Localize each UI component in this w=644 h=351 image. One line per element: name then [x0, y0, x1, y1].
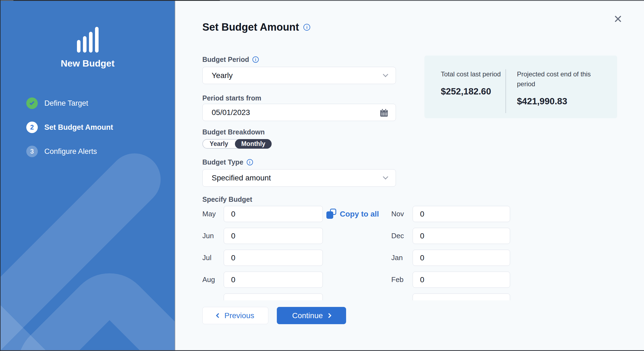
month-row: May	[202, 206, 323, 222]
month-row: Nov	[391, 206, 510, 222]
budget-breakdown-toggle: Yearly Monthly	[202, 139, 272, 149]
step-label: Set Budget Amount	[44, 123, 113, 132]
breakdown-option-yearly[interactable]: Yearly	[203, 140, 235, 148]
previous-button-label: Previous	[225, 311, 254, 320]
continue-button-label: Continue	[292, 311, 323, 320]
month-amount-input-jun[interactable]	[224, 228, 323, 244]
step-number-badge: 2	[26, 122, 38, 133]
budget-wizard-modal: New Budget Define Target 2 Set Budget Am…	[0, 0, 644, 351]
projected-cost-label: Projected cost end of this period	[517, 69, 607, 89]
copy-to-all-label: Copy to all	[340, 210, 379, 218]
budget-type-label: Budget Type	[202, 158, 243, 166]
screen-left-edge	[0, 0, 1, 351]
month-amount-input-aug[interactable]	[224, 272, 323, 288]
month-row: Jan	[391, 250, 510, 266]
info-icon[interactable]: i	[303, 24, 310, 31]
month-label: Aug	[202, 275, 224, 284]
month-amount-input[interactable]	[224, 294, 323, 300]
month-label: Jun	[202, 232, 224, 240]
step-number-badge: 3	[26, 146, 38, 157]
period-starts-label: Period starts from	[202, 94, 261, 102]
month-row: Jul	[202, 250, 323, 266]
step-define-target[interactable]: Define Target	[26, 97, 113, 109]
month-label: Nov	[391, 210, 413, 218]
month-label: Jul	[202, 254, 224, 262]
budget-type-select[interactable]: Specified amount	[202, 169, 396, 187]
chevron-left-icon	[216, 313, 221, 318]
chevron-down-icon	[383, 174, 388, 180]
step-label: Define Target	[44, 99, 88, 108]
chevron-right-icon	[326, 313, 331, 318]
summary-divider	[505, 69, 506, 113]
month-row-clipped	[391, 294, 510, 300]
month-row: Jun	[202, 228, 323, 244]
month-budget-grid: May Jun Jul Aug	[202, 206, 539, 300]
month-label: Dec	[391, 232, 413, 240]
wizard-steps: Define Target 2 Set Budget Amount 3 Conf…	[26, 97, 113, 170]
budget-period-value: Yearly	[212, 71, 233, 80]
wizard-title: New Budget	[0, 58, 175, 69]
wizard-sidebar: New Budget Define Target 2 Set Budget Am…	[0, 0, 175, 351]
budget-type-value: Specified amount	[212, 174, 271, 182]
previous-button[interactable]: Previous	[202, 307, 268, 324]
projected-cost-value: $421,990.83	[517, 96, 607, 107]
close-icon[interactable]	[613, 14, 623, 24]
month-amount-input[interactable]	[413, 294, 510, 300]
info-icon[interactable]: i	[247, 159, 253, 165]
month-amount-input-nov[interactable]	[413, 206, 510, 222]
month-row: Feb	[391, 272, 510, 288]
month-row: Dec	[391, 228, 510, 244]
month-amount-input-jan[interactable]	[413, 250, 510, 266]
bar-chart-logo-icon	[0, 26, 175, 53]
period-start-date-input[interactable]: 05/01/2023	[202, 104, 396, 121]
page-title: Set Budget Amount	[202, 21, 299, 33]
period-start-date-value: 05/01/2023	[212, 108, 250, 117]
month-amount-input-may[interactable]	[224, 206, 323, 222]
budget-period-label: Budget Period	[202, 56, 249, 64]
month-label: May	[202, 210, 224, 218]
step-complete-check-icon	[26, 97, 38, 109]
month-label: Feb	[391, 275, 413, 284]
copy-icon	[326, 209, 336, 220]
month-row: Aug	[202, 272, 323, 288]
month-label: Jan	[391, 254, 413, 262]
continue-button[interactable]: Continue	[277, 307, 346, 324]
step-set-budget-amount[interactable]: 2 Set Budget Amount	[26, 122, 113, 133]
month-amount-input-jul[interactable]	[224, 250, 323, 266]
month-amount-input-feb[interactable]	[413, 272, 510, 288]
brand-watermark	[0, 0, 175, 351]
copy-to-all-button[interactable]: Copy to all	[326, 209, 379, 220]
total-cost-value: $252,182.60	[441, 86, 505, 97]
month-column-left: May Jun Jul Aug	[202, 206, 323, 300]
info-icon[interactable]: i	[252, 56, 259, 63]
cost-summary-card: Total cost last period $252,182.60 Proje…	[424, 56, 617, 118]
calendar-icon[interactable]	[380, 108, 389, 119]
screen-top-edge-dark	[13, 0, 220, 1]
month-amount-input-dec[interactable]	[413, 228, 510, 244]
main-panel: Set Budget Amount i Total cost last peri…	[176, 0, 644, 351]
budget-breakdown-label: Budget Breakdown	[202, 128, 265, 136]
budget-period-select[interactable]: Yearly	[202, 67, 396, 84]
month-row-clipped	[202, 294, 323, 300]
specify-budget-label: Specify Budget	[202, 195, 252, 203]
breakdown-option-monthly[interactable]: Monthly	[235, 139, 272, 149]
step-configure-alerts[interactable]: 3 Configure Alerts	[26, 146, 113, 157]
chevron-down-icon	[383, 71, 388, 77]
total-cost-label: Total cost last period	[441, 69, 505, 79]
month-column-right: Nov Dec Jan Feb	[391, 206, 510, 300]
wizard-footer: Previous Continue	[202, 307, 346, 324]
step-label: Configure Alerts	[44, 147, 97, 156]
